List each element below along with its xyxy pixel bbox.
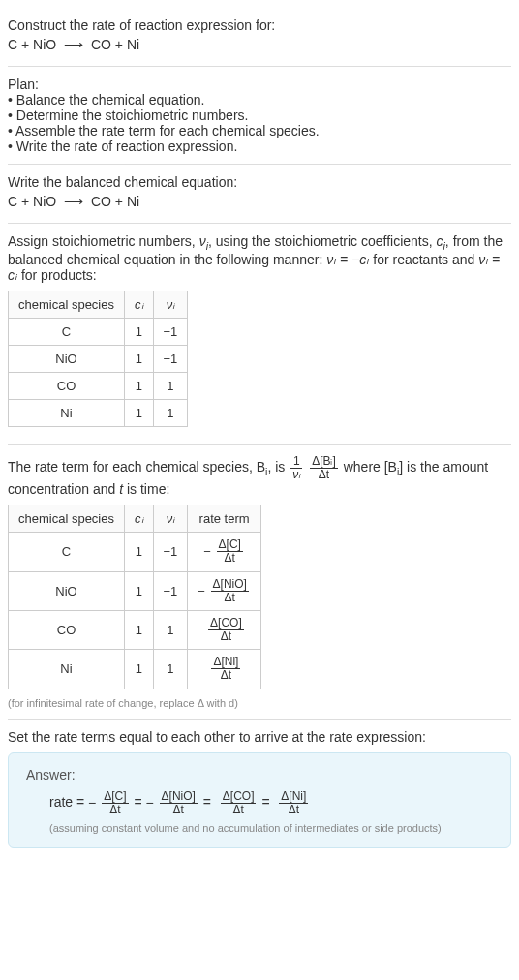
denominator: Δt: [208, 630, 244, 643]
header-text: cᵢ: [135, 297, 143, 312]
numerator: Δ[C]: [102, 790, 128, 804]
header-equation: C + NiO ⟶ CO + Ni: [8, 37, 511, 52]
fraction: Δ[C] Δt: [217, 538, 243, 565]
denominator: Δt: [102, 804, 128, 816]
text: Assign stoichiometric numbers,: [8, 233, 199, 249]
cell-vi: −1: [153, 318, 188, 345]
numerator: Δ[CO]: [221, 790, 257, 804]
numerator: Δ[C]: [217, 538, 243, 552]
col-species: chemical species: [9, 291, 125, 318]
eq-left: C + NiO: [8, 194, 56, 209]
answer-note: (assuming constant volume and no accumul…: [49, 822, 493, 834]
header-text: νᵢ: [167, 511, 175, 526]
cell-species: NiO: [9, 571, 125, 610]
equals: =: [261, 794, 273, 810]
cell-vi: −1: [153, 533, 188, 571]
fraction: Δ[CO] Δt: [221, 790, 257, 816]
plan-section: Plan: • Balance the chemical equation. •…: [8, 67, 511, 165]
sign: −: [198, 584, 205, 598]
cell-ci: 1: [125, 345, 154, 372]
answer-expression: rate = − Δ[C] Δt = − Δ[NiO] Δt = Δ[CO] Δ…: [49, 790, 493, 816]
text: , is: [267, 459, 289, 475]
cell-species: CO: [9, 372, 125, 399]
cell-rate: Δ[Ni] Δt: [188, 650, 261, 689]
numerator: Δ[Bᵢ]: [310, 455, 338, 469]
symbol: ν: [199, 233, 206, 249]
fraction: Δ[Ni] Δt: [211, 656, 240, 682]
symbol: c: [437, 233, 443, 249]
text: for products:: [17, 267, 97, 283]
text: , using the stoichiometric coefficients,: [208, 233, 437, 249]
fraction: Δ[CO] Δt: [208, 617, 244, 643]
text: where [B: [344, 459, 397, 475]
col-vi: νᵢ: [153, 291, 188, 318]
balanced-equation: C + NiO ⟶ CO + Ni: [8, 194, 511, 209]
plan-item: • Balance the chemical equation.: [8, 92, 511, 107]
cell-rate: − Δ[C] Δt: [188, 533, 261, 571]
plan-item-text: Assemble the rate term for each chemical…: [15, 123, 320, 138]
text: is time:: [123, 481, 169, 497]
denominator: Δt: [279, 804, 308, 816]
cell-vi: 1: [153, 610, 188, 649]
fraction: Δ[Bᵢ] Δt: [310, 455, 338, 481]
plan-item: • Assemble the rate term for each chemic…: [8, 123, 511, 138]
eq-right: CO + Ni: [91, 194, 139, 209]
table-header-row: chemical species cᵢ νᵢ: [9, 291, 188, 318]
cell-ci: 1: [125, 571, 154, 610]
relation: νᵢ = −cᵢ: [326, 252, 369, 267]
denominator: Δt: [310, 469, 338, 481]
header-section: Construct the rate of reaction expressio…: [8, 8, 511, 67]
cell-ci: 1: [125, 650, 154, 689]
eq-right: CO + Ni: [91, 37, 139, 52]
sign: −: [146, 795, 154, 811]
cell-vi: −1: [153, 345, 188, 372]
cell-species: Ni: [9, 650, 125, 689]
denominator: Δt: [160, 804, 198, 816]
cell-vi: 1: [153, 650, 188, 689]
balanced-section: Write the balanced chemical equation: C …: [8, 165, 511, 224]
denominator: Δt: [217, 552, 243, 565]
fraction: Δ[NiO] Δt: [160, 790, 198, 816]
fraction: Δ[NiO] Δt: [211, 578, 249, 604]
cell-ci: 1: [125, 610, 154, 649]
plan-item: • Determine the stoichiometric numbers.: [8, 107, 511, 123]
header-text: cᵢ: [135, 511, 143, 526]
answer-box: Answer: rate = − Δ[C] Δt = − Δ[NiO] Δt =…: [8, 752, 511, 848]
table-row: C 1 −1: [9, 318, 188, 345]
equals: =: [134, 794, 145, 810]
cell-species: Ni: [9, 399, 125, 426]
numerator: Δ[NiO]: [160, 790, 198, 804]
eq-arrow: ⟶: [64, 194, 83, 209]
sign: −: [203, 544, 211, 559]
denominator: Δt: [211, 669, 240, 682]
table-row: NiO 1 −1: [9, 345, 188, 372]
fraction: Δ[Ni] Δt: [279, 790, 308, 816]
cell-vi: 1: [153, 399, 188, 426]
text: The rate term for each chemical species,…: [8, 459, 265, 475]
cell-ci: 1: [125, 399, 154, 426]
col-species: chemical species: [9, 505, 125, 533]
table-row: Ni 1 1: [9, 399, 188, 426]
cell-rate: − Δ[NiO] Δt: [188, 571, 261, 610]
cell-species: CO: [9, 610, 125, 649]
col-ci: cᵢ: [125, 291, 154, 318]
stoich-intro: Assign stoichiometric numbers, νi, using…: [8, 233, 511, 283]
stoich-table: chemical species cᵢ νᵢ C 1 −1 NiO 1 −1 C…: [8, 291, 188, 427]
table-row: CO 1 1: [9, 372, 188, 399]
rateterm-table: chemical species cᵢ νᵢ rate term C 1 −1 …: [8, 505, 261, 689]
col-vi: νᵢ: [153, 505, 188, 533]
fraction: Δ[C] Δt: [102, 790, 128, 816]
plan-title: Plan:: [8, 77, 511, 92]
col-rate: rate term: [188, 505, 261, 533]
cell-vi: −1: [153, 571, 188, 610]
header-text: νᵢ: [167, 297, 175, 312]
plan-item-text: Determine the stoichiometric numbers.: [16, 107, 249, 123]
denominator: Δt: [211, 592, 249, 604]
numerator: Δ[NiO]: [211, 578, 249, 592]
table-header-row: chemical species cᵢ νᵢ rate term: [9, 505, 261, 533]
table-row: CO 1 1 Δ[CO] Δt: [9, 610, 261, 649]
final-section: Set the rate terms equal to each other t…: [8, 720, 511, 858]
cell-species: C: [9, 318, 125, 345]
eq-left: C + NiO: [8, 37, 56, 52]
sign: −: [88, 795, 96, 811]
